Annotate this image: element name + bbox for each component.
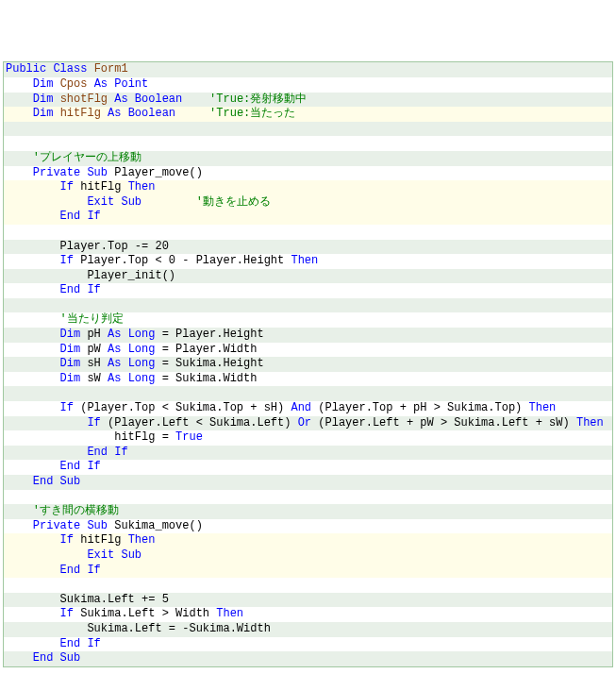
code-line: If (Player.Left < Sukima.Left) Or (Playe… — [4, 416, 612, 431]
code-token: Point — [114, 77, 148, 91]
code-token: = Sukima.Height — [155, 357, 263, 370]
code-token: (Player.Top + pH > Sukima.Top) — [311, 401, 528, 414]
code-line — [4, 578, 612, 593]
code-token: Then — [128, 533, 156, 547]
code-line — [4, 298, 612, 313]
code-token: 'True:発射移動中 — [209, 93, 307, 106]
code-token: '動きを止める — [196, 195, 271, 209]
code-token — [6, 637, 60, 650]
code-line — [4, 136, 612, 151]
code-token — [6, 490, 12, 503]
code-token: Dim — [33, 107, 54, 120]
code-token — [6, 533, 60, 547]
code-token: Sukima.Left += 5 — [6, 593, 169, 606]
code-token — [6, 122, 12, 135]
code-token — [6, 401, 60, 414]
code-token — [6, 607, 60, 620]
code-token: sW — [80, 372, 108, 385]
code-token: End If — [60, 637, 101, 650]
code-token: 'プレイヤーの上移動 — [33, 151, 142, 164]
code-token — [6, 475, 33, 488]
code-token — [6, 460, 60, 473]
code-line: End If — [4, 446, 612, 461]
code-token: 'すき間の横移動 — [33, 504, 119, 517]
code-token: Sukima.Left > Width — [74, 607, 216, 620]
code-line: End If — [4, 283, 612, 298]
code-token: Then — [216, 607, 243, 620]
code-token — [6, 386, 12, 399]
code-token — [6, 343, 60, 356]
code-token: Dim — [60, 372, 81, 385]
code-token: As Long — [108, 372, 155, 385]
code-line: If hitFlg Then — [4, 180, 612, 195]
code-token: (Player.Left + pW > Sukima.Left + sW) — [311, 416, 576, 430]
code-token: Player_move() — [108, 166, 203, 179]
code-line: Sukima.Left += 5 — [4, 593, 612, 608]
code-token: Cpos — [60, 77, 88, 91]
code-token — [6, 578, 12, 591]
code-token: (Player.Left < Sukima.Left) — [101, 416, 298, 430]
code-token — [6, 283, 60, 296]
code-token — [53, 77, 59, 91]
code-token — [182, 93, 209, 106]
code-token: Player_init() — [6, 269, 175, 282]
code-token: pH — [80, 328, 108, 341]
code-line: Dim Cpos As Point — [4, 77, 612, 93]
code-token: As Long — [108, 357, 155, 370]
code-token: hitFlg — [74, 180, 128, 194]
code-token: Dim — [60, 357, 81, 370]
code-token: = Player.Width — [155, 343, 257, 356]
code-token: As — [94, 77, 108, 91]
code-token: 'True:当たった — [209, 107, 295, 120]
code-line: Dim pW As Long = Player.Width — [4, 343, 612, 358]
code-line: End If — [4, 460, 612, 475]
code-token: Exit Sub — [87, 195, 142, 209]
code-token: Player.Top < 0 - Player.Height — [74, 254, 291, 267]
code-token: = Sukima.Width — [155, 372, 257, 385]
code-line — [4, 490, 612, 505]
code-token: As Long — [108, 328, 155, 341]
code-token: If — [87, 416, 100, 430]
code-line: Dim shotFlg As Boolean 'True:発射移動中 — [4, 93, 612, 108]
code-line: Sukima.Left = -Sukima.Width — [4, 622, 612, 637]
code-line: Public Class Form1 — [4, 62, 612, 77]
code-token: End If — [60, 210, 101, 223]
code-token: hitFlg — [60, 107, 101, 120]
code-token: shotFlg — [60, 93, 108, 106]
code-token — [6, 372, 60, 385]
code-token — [6, 416, 87, 430]
code-line — [4, 122, 612, 137]
code-token — [175, 107, 209, 120]
code-token — [6, 107, 33, 120]
code-line: End Sub — [4, 475, 612, 490]
code-token: Or — [298, 416, 311, 430]
code-token — [6, 210, 60, 223]
code-token: hitFlg = — [6, 430, 175, 444]
code-line: Private Sub Player_move() — [4, 166, 612, 181]
code-line: Private Sub Sukima_move() — [4, 519, 612, 534]
code-token — [6, 312, 60, 326]
code-token: (Player.Top < Sukima.Top + sH) — [74, 401, 291, 414]
code-token — [6, 298, 12, 312]
code-line: Exit Sub '動きを止める — [4, 195, 612, 211]
code-line: If Player.Top < 0 - Player.Height Then — [4, 254, 612, 269]
code-block-1: Public Class Form1 Dim Cpos As Point Dim… — [3, 61, 613, 666]
code-token — [6, 651, 33, 665]
code-token: If — [60, 401, 74, 414]
code-token — [6, 166, 33, 179]
code-token: End If — [87, 446, 127, 459]
code-token: Then — [529, 401, 557, 414]
code-token — [6, 225, 12, 238]
code-token: True — [175, 430, 203, 444]
code-token: As Boolean — [114, 93, 182, 106]
code-token: Dim — [60, 328, 81, 341]
code-line: Dim pH As Long = Player.Height — [4, 328, 612, 343]
code-line: If hitFlg Then — [4, 533, 612, 548]
code-token — [6, 519, 33, 532]
code-line: 'すき間の横移動 — [4, 504, 612, 519]
code-line: Dim sW As Long = Sukima.Width — [4, 372, 612, 387]
code-line: hitFlg = True — [4, 430, 612, 446]
code-token: Dim — [33, 77, 54, 91]
code-token — [6, 195, 87, 209]
code-token: hitFlg — [74, 533, 128, 547]
